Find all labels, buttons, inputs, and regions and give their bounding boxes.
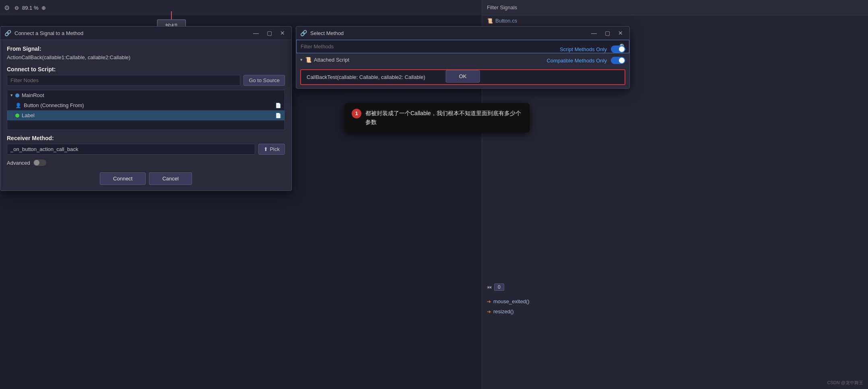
filter-nodes-input[interactable] (7, 75, 240, 86)
bottom-options: Script Methods Only Compatible Methods O… (546, 46, 625, 64)
label-node-icon (15, 114, 19, 118)
tooltip-text: 都被封装成了一个Callable，我们根本不知道里面到底有多少个参数 (365, 109, 522, 127)
tooltip-bubble: 1 都被封装成了一个Callable，我们根本不知道里面到底有多少个参数 (344, 103, 530, 132)
arrow-icon-1: ➜ (487, 299, 491, 304)
select-minimize-button[interactable]: — (589, 29, 599, 37)
method-input[interactable] (7, 144, 255, 155)
zoom-minus-icon[interactable]: ⊖ (13, 4, 21, 12)
connect-maximize-button[interactable]: ▢ (264, 29, 274, 37)
toggle-knob (34, 160, 39, 166)
right-panel-header: Filter Signals (482, 0, 868, 15)
connect-minimize-button[interactable]: — (251, 29, 261, 37)
ok-button[interactable]: OK (446, 70, 480, 83)
pick-button[interactable]: ⬆ Pick (258, 144, 285, 155)
compatible-methods-knob (619, 58, 625, 63)
connect-close-button[interactable]: ✕ (278, 29, 287, 37)
compatible-methods-toggle[interactable] (611, 57, 625, 64)
advanced-row: Advanced (7, 159, 285, 166)
root-icon (15, 93, 19, 97)
filter-row: Go to Source (7, 75, 285, 86)
select-method-icon: 🔗 (300, 30, 307, 36)
compatible-methods-only-row: Compatible Methods Only (546, 57, 625, 64)
select-close-button[interactable]: ✕ (616, 29, 625, 37)
tree-item-root[interactable]: ▾ MainRoot (7, 90, 285, 100)
button-node-label: Button (Connecting From) (24, 102, 84, 108)
connect-dialog-title: Connect a Signal to a Method (14, 30, 247, 36)
attached-script-label: Attached Script (314, 57, 349, 63)
from-signal-label: From Signal: (7, 46, 285, 52)
connect-dialog-icon: 🔗 (4, 30, 11, 36)
button-cs-item[interactable]: 📜 Button.cs (482, 15, 868, 26)
node-connector (171, 11, 172, 19)
pick-label: Pick (270, 146, 280, 152)
node-tree: ▾ MainRoot 👤 Button (Connecting From) 📄 … (7, 90, 285, 130)
arrow-icon-2: ➜ (487, 309, 491, 315)
connect-dialog-actions: Connect Cancel (7, 172, 285, 185)
connect-dialog-titlebar: 🔗 Connect a Signal to a Method — ▢ ✕ (0, 27, 291, 40)
script-methods-knob (619, 46, 625, 52)
root-label: MainRoot (22, 92, 44, 98)
right-bottom-items: ➜ mouse_exited() ➜ resized() (482, 296, 868, 317)
method-item-text: CallBackTest(callable: Callable, callabl… (307, 74, 425, 80)
tree-item-label-node[interactable]: Label 📄 (7, 110, 285, 120)
receiver-section: Receiver Method: ⬆ Pick (7, 135, 285, 155)
resized-label: resized() (493, 308, 514, 315)
tooltip-number: 1 (352, 109, 361, 118)
from-signal-value: ActionCallBack(callable1:Callable, calla… (7, 54, 285, 60)
zero-badge: 0 (494, 283, 504, 291)
button-cs-label: Button.cs (495, 18, 517, 24)
chevron-icon-root: ▾ (10, 93, 13, 98)
label-node-label: Label (22, 112, 35, 118)
zero-area: ⏮ 0 (482, 282, 868, 292)
attached-chevron-icon: ▾ (300, 57, 303, 62)
csdn-watermark: CSDN @龙中舞王 (827, 380, 863, 386)
advanced-toggle[interactable] (33, 159, 46, 166)
settings-icon: ⚙ (4, 4, 10, 12)
connect-to-script-label: Connect to Script: (7, 66, 285, 72)
compatible-methods-only-label: Compatible Methods Only (546, 58, 607, 64)
connect-dialog-body: From Signal: ActionCallBack(callable1:Ca… (0, 40, 291, 190)
dialog-connect: 🔗 Connect a Signal to a Method — ▢ ✕ Fro… (0, 26, 292, 191)
method-row: ⬆ Pick (7, 144, 285, 155)
zoom-value: 89.1 % (22, 5, 38, 11)
tree-item-button[interactable]: 👤 Button (Connecting From) 📄 (7, 100, 285, 110)
select-maximize-button[interactable]: ▢ (602, 29, 612, 37)
dialog-select-method: 🔗 Select Method — ▢ ✕ 🔍 ▾ 📜 Attached Scr… (296, 26, 630, 89)
select-method-title: Select Method (310, 30, 586, 36)
goto-source-button[interactable]: Go to Source (243, 75, 285, 86)
zoom-plus-icon[interactable]: ⊕ (40, 4, 47, 12)
filter-signals-label: Filter Signals (487, 4, 517, 10)
button-node-icon: 👤 (15, 103, 21, 108)
receiver-method-label: Receiver Method: (7, 135, 285, 141)
pick-icon: ⬆ (264, 146, 268, 152)
script-color-icon: 📜 (305, 57, 311, 63)
cancel-button[interactable]: Cancel (149, 172, 192, 185)
label-script-indicator: 📄 (275, 113, 281, 118)
script-methods-only-label: Script Methods Only (560, 46, 607, 52)
advanced-label: Advanced (7, 160, 30, 166)
script-methods-only-row: Script Methods Only (560, 46, 625, 53)
mouse-exited-label: mouse_exited() (493, 298, 530, 304)
connect-button[interactable]: Connect (100, 172, 146, 185)
mouse-exited-item[interactable]: ➜ mouse_exited() (482, 296, 868, 306)
resized-item[interactable]: ➜ resized() (482, 306, 868, 317)
button-script-indicator: 📄 (275, 103, 281, 108)
script-methods-toggle[interactable] (611, 46, 625, 53)
script-icon: 📜 (487, 18, 493, 24)
zoom-indicator: ⊖ 89.1 % ⊕ (13, 4, 47, 12)
select-method-titlebar: 🔗 Select Method — ▢ ✕ (296, 27, 629, 40)
step-icon: ⏮ (487, 284, 492, 290)
